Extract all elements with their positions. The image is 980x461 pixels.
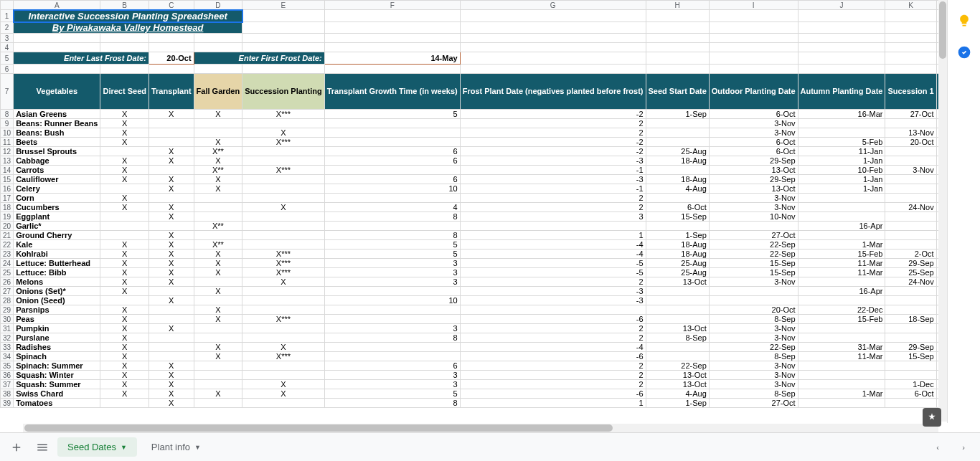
cell[interactable]: 3-Nov (709, 333, 798, 343)
cell[interactable] (885, 399, 936, 408)
cell[interactable] (646, 352, 709, 361)
cell[interactable]: 22-Sep (709, 249, 798, 259)
cell[interactable]: 10-Nov (709, 212, 798, 222)
vegetable-name[interactable]: Garlic* (14, 222, 100, 231)
cell[interactable] (242, 147, 325, 156)
vegetable-name[interactable]: Celery (14, 184, 100, 194)
cell[interactable] (646, 52, 709, 65)
vegetable-name[interactable]: Lettuce: Butterhead (14, 259, 100, 268)
cell[interactable] (646, 287, 709, 296)
cell[interactable] (885, 175, 936, 184)
cell[interactable]: 5-Feb (798, 138, 885, 147)
cell[interactable]: 1-Sep (646, 231, 709, 240)
row-header[interactable]: 30 (1, 315, 14, 324)
row-header[interactable]: 36 (1, 371, 14, 380)
cell[interactable]: 25-Aug (646, 268, 709, 277)
cell[interactable]: 8 (324, 333, 460, 343)
cell[interactable] (885, 333, 936, 343)
vegetable-name[interactable]: Spinach: Summer (14, 361, 100, 371)
row-header[interactable]: 22 (1, 240, 14, 249)
cell[interactable]: 13-Oct (646, 324, 709, 333)
cell[interactable]: X (149, 231, 194, 240)
cell[interactable] (100, 147, 149, 156)
cell[interactable]: 3-Nov (709, 203, 798, 212)
row-header[interactable]: 38 (1, 389, 14, 399)
row-header[interactable]: 37 (1, 380, 14, 389)
cell[interactable]: 4-Aug (646, 389, 709, 399)
row-header[interactable]: 18 (1, 203, 14, 212)
cell[interactable]: 2 (460, 194, 646, 203)
cell[interactable] (242, 222, 325, 231)
cell[interactable]: 3 (324, 324, 460, 333)
vegetable-name[interactable]: Cucumbers (14, 203, 100, 212)
cell[interactable]: -6 (460, 315, 646, 324)
cell[interactable]: X (149, 203, 194, 212)
row-header[interactable]: 27 (1, 287, 14, 296)
cell[interactable]: 20-Oct (885, 138, 936, 147)
cell[interactable] (324, 222, 460, 231)
cell[interactable]: X (100, 315, 149, 324)
cell[interactable]: X (149, 399, 194, 408)
cell[interactable] (194, 203, 242, 212)
cell[interactable]: 15-Sep (709, 268, 798, 277)
cell[interactable]: 6-Oct (709, 147, 798, 156)
cell[interactable]: 11-Jan (798, 147, 885, 156)
cell[interactable] (100, 222, 149, 231)
cell[interactable]: -4 (460, 249, 646, 259)
cell[interactable]: X (194, 110, 242, 119)
cell[interactable] (149, 43, 194, 52)
column-header[interactable]: G (460, 1, 646, 10)
cell[interactable] (194, 128, 242, 138)
vegetable-name[interactable]: Kohlrabi (14, 249, 100, 259)
cell[interactable]: X (194, 249, 242, 259)
cell[interactable] (242, 361, 325, 371)
keep-icon[interactable] (956, 13, 972, 29)
cell[interactable]: X*** (242, 110, 325, 119)
cell[interactable] (798, 10, 885, 22)
cell[interactable]: X (194, 352, 242, 361)
cell[interactable]: 29-Sep (885, 259, 936, 268)
row-header[interactable]: 28 (1, 296, 14, 305)
cell[interactable] (885, 119, 936, 128)
vegetable-name[interactable]: Swiss Chard (14, 389, 100, 399)
cell[interactable] (646, 119, 709, 128)
cell[interactable]: X (149, 240, 194, 249)
row-header[interactable]: 1 (1, 10, 14, 22)
row-header[interactable]: 14 (1, 166, 14, 175)
cell[interactable] (646, 194, 709, 203)
cell[interactable] (885, 222, 936, 231)
cell[interactable]: X (100, 268, 149, 277)
cell[interactable]: -4 (460, 343, 646, 352)
vegetable-name[interactable]: Asian Greens (14, 110, 100, 119)
cell[interactable] (100, 184, 149, 194)
cell[interactable] (324, 194, 460, 203)
cell[interactable] (194, 371, 242, 380)
cell[interactable] (646, 305, 709, 315)
row-header[interactable]: 19 (1, 212, 14, 222)
column-header[interactable]: E (242, 1, 325, 10)
cell[interactable]: X (149, 156, 194, 166)
cell[interactable]: X (100, 380, 149, 389)
row-header[interactable]: 32 (1, 333, 14, 343)
cell[interactable]: 15-Feb (798, 315, 885, 324)
cell[interactable]: -3 (460, 175, 646, 184)
spreadsheet-grid[interactable]: ABCDEFGHIJKLMNO1Interactive Succession P… (0, 0, 980, 432)
cell[interactable]: X (194, 156, 242, 166)
vegetable-name[interactable]: Eggplant (14, 212, 100, 222)
cell[interactable] (798, 128, 885, 138)
cell[interactable]: X*** (242, 315, 325, 324)
cell[interactable]: 8-Sep (709, 352, 798, 361)
cell[interactable]: 1-Jan (798, 156, 885, 166)
horizontal-scrollbar[interactable] (23, 424, 938, 432)
cell[interactable] (242, 305, 325, 315)
row-header[interactable]: 13 (1, 156, 14, 166)
cell[interactable] (242, 333, 325, 343)
cell[interactable] (324, 119, 460, 128)
cell[interactable]: X** (194, 147, 242, 156)
cell[interactable] (149, 287, 194, 296)
cell[interactable]: 11-Mar (798, 268, 885, 277)
cell[interactable]: 6 (324, 147, 460, 156)
cell[interactable]: X** (194, 222, 242, 231)
cell[interactable]: -3 (460, 296, 646, 305)
cell[interactable]: 22-Sep (646, 361, 709, 371)
